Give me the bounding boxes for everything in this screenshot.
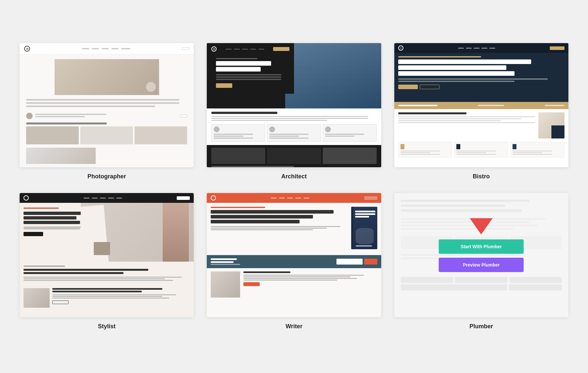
photographer-logo: ◎ — [24, 46, 30, 52]
architect-logo: ◎ — [211, 46, 217, 52]
photographer-avatar — [20, 113, 194, 119]
plumber-preview: Start With Plumber Preview Plumber — [394, 193, 568, 317]
photographer-text-block — [20, 95, 194, 113]
card-plumber[interactable]: Start With Plumber Preview Plumber Plumb… — [394, 193, 568, 330]
template-grid: ◎ — [20, 43, 568, 330]
plumber-arrow-icon — [470, 218, 493, 235]
writer-book — [351, 207, 377, 249]
start-with-plumber-button[interactable]: Start With Plumber — [439, 239, 524, 254]
bistro-preview: ◎ — [394, 43, 568, 167]
stylist-preview — [20, 193, 194, 317]
writer-label: Writer — [286, 323, 302, 330]
bistro-logo: ◎ — [398, 45, 403, 51]
preview-plumber-button[interactable]: Preview Plumber — [439, 258, 524, 272]
photographer-gallery — [20, 126, 194, 144]
card-bistro[interactable]: ◎ — [394, 43, 568, 180]
photographer-hero-img — [55, 59, 159, 95]
photographer-nav-btn — [182, 47, 189, 50]
photographer-bottom-img — [26, 148, 96, 164]
photographer-section-title — [20, 122, 194, 124]
writer-signup — [207, 255, 381, 268]
writer-logo — [211, 195, 216, 201]
stylist-about — [20, 262, 194, 285]
architect-bottom — [207, 145, 381, 167]
photographer-preview: ◎ — [20, 43, 194, 167]
stylist-label: Stylist — [98, 323, 116, 330]
stylist-bottom — [20, 285, 194, 310]
card-architect[interactable]: ◎ — [207, 43, 381, 180]
photographer-nav — [82, 48, 130, 49]
bistro-features — [394, 142, 568, 158]
architect-about — [207, 108, 381, 145]
card-stylist[interactable]: Stylist — [20, 193, 194, 330]
architect-label: Architect — [281, 173, 307, 180]
bistro-hours — [394, 102, 568, 109]
card-photographer[interactable]: ◎ — [20, 43, 194, 180]
card-writer[interactable]: Writer — [207, 193, 381, 330]
stylist-logo — [24, 195, 29, 201]
architect-preview: ◎ — [207, 43, 381, 167]
bistro-label: Bistro — [473, 173, 490, 180]
architect-hero-photo — [285, 43, 381, 108]
bistro-about — [394, 109, 568, 142]
photographer-label: Photographer — [88, 173, 126, 180]
writer-preview — [207, 193, 381, 317]
plumber-label: Plumber — [469, 323, 493, 330]
writer-story — [207, 268, 381, 301]
